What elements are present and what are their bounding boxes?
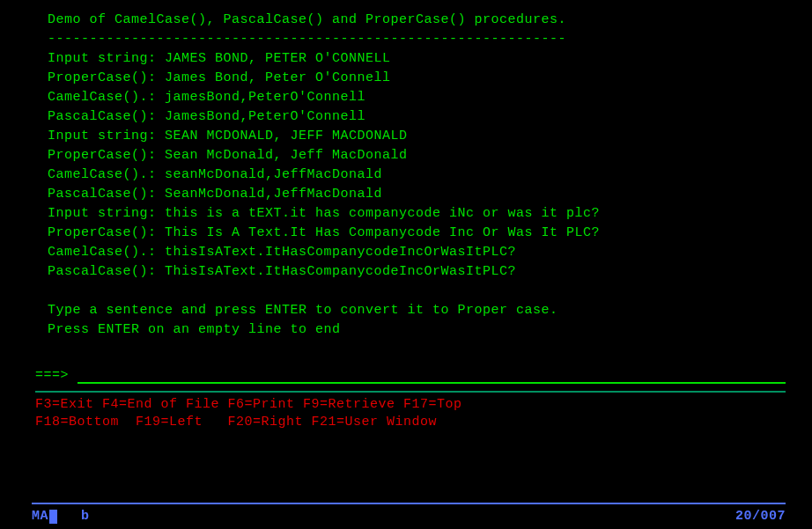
terminal-screen: Demo of CamelCase(), PascalCase() and Pr… [0,0,812,529]
instruction-line: Press ENTER on an empty line to end [0,320,812,340]
cursor-block-icon [49,510,57,524]
status-mode: MA [32,509,58,524]
output-line: CamelCase().: thisIsAText.ItHasCompanyco… [0,243,812,262]
status-separator [32,503,786,504]
output-line: PascalCase(): SeanMcDonald,JeffMacDonald [0,185,812,204]
blank-line [0,340,812,359]
fkey-line: F3=Exit F4=End of File F6=Print F9=Retri… [0,396,812,414]
output-line: ProperCase(): Sean McDonald, Jeff MacDon… [0,146,812,165]
cursor-position: 20/007 [735,509,786,524]
output-line: Input string: JAMES BOND, PETER O'CONNEL… [0,49,812,69]
output-line: Input string: this is a tEXT.it has comp… [0,204,812,224]
status-mode-text: MA [32,509,48,524]
output-line: PascalCase(): JamesBond,PeterO'Connell [0,107,812,127]
instruction-line: Type a sentence and press ENTER to conve… [0,301,812,320]
output-line: PascalCase(): ThisIsAText.ItHasCompanyco… [0,262,812,282]
status-indicator: b [81,509,90,524]
title-line: Demo of CamelCase(), PascalCase() and Pr… [0,11,812,30]
status-bar: MA b 20/007 [0,509,812,524]
fkey-line: F18=Bottom F19=Left F20=Right F21=User W… [0,414,812,431]
output-line: ProperCase(): James Bond, Peter O'Connel… [0,69,812,88]
separator-line [35,391,786,393]
command-prompt: ===> [35,368,78,383]
command-input[interactable] [78,366,786,384]
divider-line: ----------------------------------------… [0,30,812,49]
blank-line [0,282,812,301]
output-area: Demo of CamelCase(), PascalCase() and Pr… [0,0,812,340]
command-row: ===> [0,364,812,386]
output-line: CamelCase().: seanMcDonald,JeffMacDonald [0,165,812,185]
output-line: CamelCase().: jamesBond,PeterO'Connell [0,88,812,107]
output-line: ProperCase(): This Is A Text.It Has Comp… [0,224,812,243]
output-line: Input string: SEAN MCDONALD, JEFF MACDON… [0,127,812,146]
